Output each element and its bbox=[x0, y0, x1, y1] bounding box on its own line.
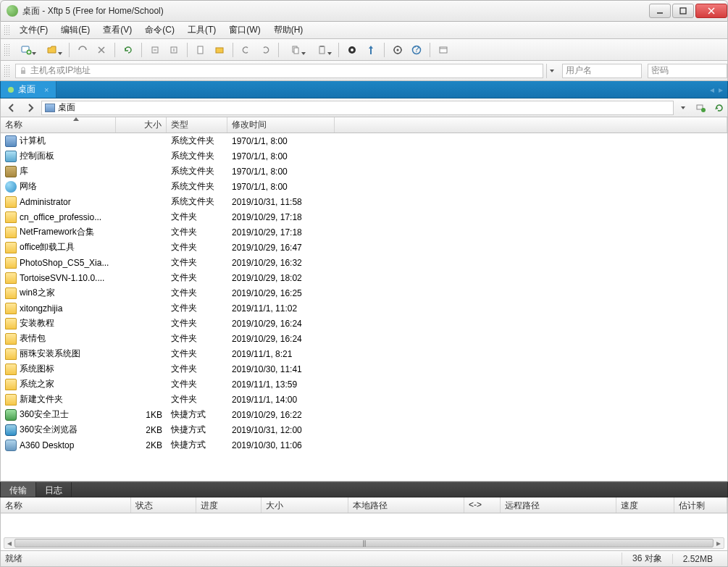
tcol-progress[interactable]: 进度 bbox=[196, 497, 262, 513]
direction-button[interactable] bbox=[362, 42, 380, 58]
tab-transfer[interactable]: 传输 bbox=[1, 482, 36, 497]
tcol-arrow[interactable]: <-> bbox=[464, 497, 501, 513]
menu-tools[interactable]: 工具(T) bbox=[182, 22, 222, 38]
disconnect-button[interactable] bbox=[93, 42, 110, 58]
host-dropdown[interactable] bbox=[546, 64, 556, 78]
file-row[interactable]: 表情包文件夹2019/10/29, 16:24 bbox=[1, 331, 727, 346]
file-row[interactable]: 丽珠安装系统图文件夹2019/11/1, 8:21 bbox=[1, 346, 727, 361]
maximize-button[interactable] bbox=[672, 4, 694, 18]
file-row[interactable]: 控制面板系统文件夹1970/1/1, 8:00 bbox=[1, 148, 727, 164]
new-session-button[interactable] bbox=[14, 42, 38, 58]
new-folder-button[interactable] bbox=[211, 42, 228, 58]
close-button[interactable] bbox=[695, 4, 727, 18]
new-remote-button[interactable] bbox=[693, 101, 708, 115]
file-row[interactable]: 安装教程文件夹2019/10/29, 16:24 bbox=[1, 316, 727, 331]
file-date: 2019/10/29, 17:18 bbox=[227, 212, 335, 222]
file-row[interactable]: TortoiseSVN-1.10.0....文件夹2019/10/29, 18:… bbox=[1, 270, 727, 285]
col-type[interactable]: 类型 bbox=[167, 117, 227, 133]
redo-button[interactable] bbox=[256, 42, 274, 58]
file-row[interactable]: PhotoShop_CS5_Xia...文件夹2019/10/29, 16:32 bbox=[1, 255, 727, 270]
col-size[interactable]: 大小 bbox=[116, 117, 167, 133]
file-list[interactable]: 计算机系统文件夹1970/1/1, 8:00控制面板系统文件夹1970/1/1,… bbox=[0, 133, 728, 482]
connect-button[interactable] bbox=[74, 42, 91, 58]
file-row[interactable]: Administrator系统文件夹2019/10/31, 11:58 bbox=[1, 194, 727, 209]
terminal-button[interactable] bbox=[435, 42, 452, 58]
sync-button[interactable] bbox=[343, 42, 361, 58]
help-button[interactable]: ? bbox=[408, 42, 425, 58]
copy-button[interactable] bbox=[283, 42, 308, 58]
file-name: 安装教程 bbox=[20, 317, 54, 329]
file-row[interactable]: office卸载工具文件夹2019/10/29, 16:47 bbox=[1, 240, 727, 255]
paste-button[interactable] bbox=[309, 42, 334, 58]
path-input[interactable]: 桌面 bbox=[41, 101, 674, 115]
toolbar-handle[interactable] bbox=[4, 43, 9, 56]
file-row[interactable]: NetFramework合集文件夹2019/10/29, 17:18 bbox=[1, 224, 727, 240]
file-row[interactable]: 系统之家文件夹2019/11/1, 13:59 bbox=[1, 377, 727, 392]
reconnect-button[interactable] bbox=[120, 42, 137, 58]
file-icon bbox=[5, 151, 17, 162]
file-row[interactable]: A360 Desktop2KB快捷方式2019/10/30, 11:06 bbox=[1, 437, 727, 453]
scroll-thumb[interactable] bbox=[14, 539, 714, 547]
file-name: 库 bbox=[20, 165, 28, 177]
minimize-button[interactable] bbox=[649, 4, 671, 18]
file-row[interactable]: 360安全卫士1KB快捷方式2019/10/29, 16:22 bbox=[1, 407, 727, 422]
file-date: 2019/10/29, 16:47 bbox=[227, 243, 335, 253]
file-type: 文件夹 bbox=[167, 348, 227, 360]
tab-close-icon[interactable]: × bbox=[44, 85, 49, 94]
refresh-button[interactable] bbox=[711, 101, 727, 115]
col-spacer bbox=[335, 117, 727, 133]
menu-file[interactable]: 文件(F) bbox=[14, 22, 54, 38]
file-row[interactable]: 360安全浏览器2KB快捷方式2019/10/31, 12:00 bbox=[1, 422, 727, 437]
menu-edit[interactable]: 编辑(E) bbox=[55, 22, 96, 38]
file-row[interactable]: 网络系统文件夹1970/1/1, 8:00 bbox=[1, 179, 727, 194]
tabs-prev-icon[interactable]: ◂ bbox=[710, 85, 714, 95]
session-tabs: 桌面 × ◂ ▸ bbox=[0, 81, 728, 98]
tcol-status[interactable]: 状态 bbox=[131, 497, 196, 513]
forward-button[interactable] bbox=[22, 101, 38, 115]
col-name[interactable]: 名称 bbox=[1, 117, 116, 133]
host-input[interactable]: 主机名或IP地址 bbox=[15, 64, 543, 78]
tab-log[interactable]: 日志 bbox=[36, 482, 72, 497]
password-input[interactable]: 密码 bbox=[648, 64, 727, 78]
menu-command[interactable]: 命令(C) bbox=[139, 22, 180, 38]
menu-window[interactable]: 窗口(W) bbox=[223, 22, 266, 38]
tcol-eta[interactable]: 估计剩 bbox=[674, 497, 727, 513]
back-button[interactable] bbox=[4, 101, 20, 115]
settings-button[interactable] bbox=[389, 42, 406, 58]
new-file-button[interactable] bbox=[192, 42, 209, 58]
session-tab[interactable]: 桌面 × bbox=[1, 81, 57, 98]
status-bar: 就绪 36 对象 2.52MB bbox=[0, 551, 728, 567]
username-input[interactable]: 用户名 bbox=[562, 64, 642, 78]
toolbar: ? bbox=[0, 39, 728, 61]
path-dropdown[interactable] bbox=[681, 106, 685, 109]
scroll-left-icon[interactable]: ◂ bbox=[4, 538, 14, 548]
file-row[interactable]: 库系统文件夹1970/1/1, 8:00 bbox=[1, 164, 727, 179]
file-icon bbox=[5, 440, 17, 451]
tcol-speed[interactable]: 速度 bbox=[616, 497, 674, 513]
file-row[interactable]: cn_office_professio...文件夹2019/10/29, 17:… bbox=[1, 209, 727, 224]
tcol-name[interactable]: 名称 bbox=[1, 497, 131, 513]
undo-button[interactable] bbox=[238, 42, 255, 58]
file-type: 快捷方式 bbox=[167, 439, 227, 451]
file-icon bbox=[5, 287, 17, 299]
file-row[interactable]: xitongzhijia文件夹2019/11/1, 11:02 bbox=[1, 301, 727, 316]
scroll-right-icon[interactable]: ▸ bbox=[714, 538, 724, 548]
file-row[interactable]: 系统图标文件夹2019/10/30, 11:41 bbox=[1, 361, 727, 377]
file-row[interactable]: win8之家文件夹2019/10/29, 16:25 bbox=[1, 285, 727, 301]
svg-point-29 bbox=[701, 108, 706, 112]
file-row[interactable]: 计算机系统文件夹1970/1/1, 8:00 bbox=[1, 133, 727, 148]
col-date[interactable]: 修改时间 bbox=[227, 117, 335, 133]
open-button[interactable] bbox=[40, 42, 64, 58]
transfer-left-button[interactable] bbox=[146, 42, 164, 58]
horizontal-scrollbar[interactable]: ◂ ▸ bbox=[4, 537, 724, 549]
tabs-next-icon[interactable]: ▸ bbox=[719, 85, 723, 95]
menubar-handle[interactable] bbox=[4, 25, 9, 36]
tcol-remote[interactable]: 远程路径 bbox=[501, 497, 616, 513]
file-row[interactable]: 新建文件夹文件夹2019/11/1, 14:00 bbox=[1, 392, 727, 407]
tcol-size[interactable]: 大小 bbox=[262, 497, 348, 513]
menu-view[interactable]: 查看(V) bbox=[97, 22, 138, 38]
addressbar-handle[interactable] bbox=[4, 64, 9, 77]
tcol-local[interactable]: 本地路径 bbox=[348, 497, 464, 513]
transfer-right-button[interactable] bbox=[165, 42, 183, 58]
menu-help[interactable]: 帮助(H) bbox=[268, 22, 309, 38]
